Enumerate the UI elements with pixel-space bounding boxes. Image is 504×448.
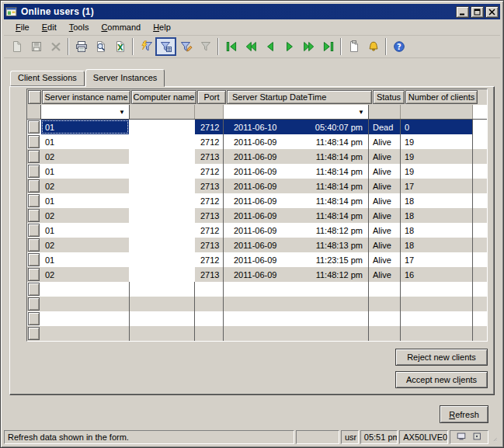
cell-col1[interactable] xyxy=(41,311,130,326)
cell-col5[interactable]: Alive xyxy=(369,193,401,208)
cell-col6[interactable]: 18 xyxy=(401,193,473,208)
tab-server-instances[interactable]: Server Instances xyxy=(85,69,165,87)
cell-col4[interactable]: 2011-06-0911:48:14 pm xyxy=(224,149,369,164)
row-selector-button[interactable] xyxy=(28,224,40,237)
cell-col3[interactable]: 2712 xyxy=(195,120,224,134)
filter-by-grid-icon[interactable] xyxy=(155,37,176,56)
cell-col6[interactable] xyxy=(401,326,473,341)
cell-col1[interactable] xyxy=(41,282,130,297)
column-header-3[interactable]: Port xyxy=(197,90,226,104)
cell-col5[interactable]: Alive xyxy=(369,164,401,179)
cell-col2[interactable] xyxy=(130,297,195,311)
cell-col5[interactable]: Alive xyxy=(369,267,401,282)
cell-col6[interactable]: 16 xyxy=(401,267,473,282)
cell-col2[interactable] xyxy=(130,179,195,193)
cell-col2[interactable] xyxy=(130,223,195,238)
cell-col1[interactable]: 01 xyxy=(41,134,130,149)
go-first-icon[interactable] xyxy=(221,37,241,56)
row-selector-button[interactable] xyxy=(28,268,40,281)
go-previous-icon[interactable] xyxy=(260,37,280,56)
cell-col5[interactable]: Alive xyxy=(369,179,401,193)
go-next-icon[interactable] xyxy=(280,37,299,56)
cell-col4[interactable]: 2011-06-0911:23:15 pm xyxy=(224,252,369,267)
cell-col6[interactable]: 17 xyxy=(401,179,473,193)
cell-col6[interactable] xyxy=(401,282,473,297)
row-selector-button[interactable] xyxy=(28,238,40,252)
export-to-excel-icon[interactable]: X xyxy=(110,37,130,56)
reject-new-clients-button[interactable]: Reject new clients xyxy=(395,349,488,366)
cell-col3[interactable]: 2712 xyxy=(195,252,224,267)
row-selector-button[interactable] xyxy=(28,150,40,163)
go-previous-fast-icon[interactable] xyxy=(241,37,260,56)
cell-col4[interactable]: 2011-06-0911:48:14 pm xyxy=(224,164,369,179)
cell-col3[interactable] xyxy=(195,326,224,341)
cell-col3[interactable] xyxy=(195,297,224,311)
cell-col3[interactable]: 2712 xyxy=(195,193,224,208)
cell-col2[interactable] xyxy=(130,120,195,134)
menu-command[interactable]: Command xyxy=(96,21,146,33)
cell-col1[interactable]: 02 xyxy=(41,179,130,193)
cell-col3[interactable]: 2713 xyxy=(195,208,224,223)
title-bar[interactable]: Online users (1) xyxy=(4,4,500,19)
menu-help[interactable]: Help xyxy=(148,21,176,33)
cell-col2[interactable] xyxy=(130,134,195,149)
cell-col6[interactable] xyxy=(401,311,473,326)
filter-by-field-icon[interactable] xyxy=(176,37,196,56)
column-header-6[interactable]: Number of clients xyxy=(405,90,478,104)
row-selector-button[interactable] xyxy=(28,135,40,148)
row-selector-button[interactable] xyxy=(28,165,40,178)
cell-col5[interactable] xyxy=(369,311,401,326)
column-header-4[interactable]: Server Startup DateTime xyxy=(227,90,372,104)
minimize-button[interactable] xyxy=(456,6,469,18)
cell-col1[interactable] xyxy=(41,297,130,311)
cell-col5[interactable] xyxy=(369,282,401,297)
row-selector-button[interactable] xyxy=(28,312,40,325)
cell-col2[interactable] xyxy=(130,282,195,297)
cell-col5[interactable]: Alive xyxy=(369,134,401,149)
cell-col2[interactable] xyxy=(130,149,195,164)
print-icon[interactable] xyxy=(71,37,91,56)
cell-col3[interactable]: 2713 xyxy=(195,267,224,282)
cell-col3[interactable]: 2712 xyxy=(195,164,224,179)
cell-col4[interactable] xyxy=(224,326,369,341)
refresh-button[interactable]: Refresh xyxy=(440,405,488,423)
cell-col6[interactable]: 19 xyxy=(401,134,473,149)
cell-col2[interactable] xyxy=(130,164,195,179)
cell-col4[interactable]: 2011-06-0911:48:12 pm xyxy=(224,223,369,238)
cell-col5[interactable]: Alive xyxy=(369,252,401,267)
cell-col3[interactable]: 2712 xyxy=(195,134,224,149)
menu-edit[interactable]: Edit xyxy=(36,21,62,33)
menu-file[interactable]: File xyxy=(10,21,35,33)
cell-col2[interactable] xyxy=(130,193,195,208)
cell-col4[interactable]: 2011-06-0911:48:12 pm xyxy=(224,267,369,282)
alert-icon[interactable] xyxy=(363,37,383,56)
cell-col1[interactable]: 02 xyxy=(41,267,130,282)
cell-col3[interactable] xyxy=(195,282,224,297)
cell-col5[interactable] xyxy=(369,297,401,311)
cell-col1[interactable]: 01 xyxy=(41,223,130,238)
cell-col2[interactable] xyxy=(130,326,195,341)
tab-client-sessions[interactable]: Client Sessions xyxy=(10,71,85,86)
cell-col1[interactable]: 01 xyxy=(41,120,130,134)
cell-col4[interactable] xyxy=(224,297,369,311)
help-icon[interactable]: ? xyxy=(389,37,408,56)
cell-col4[interactable] xyxy=(224,282,369,297)
row-selector-button[interactable] xyxy=(28,253,40,266)
column-header-5[interactable]: Status xyxy=(373,90,405,104)
resize-grip[interactable] xyxy=(490,430,500,444)
cell-col6[interactable]: 18 xyxy=(401,208,473,223)
row-selector-button[interactable] xyxy=(28,179,40,193)
cell-col6[interactable]: 17 xyxy=(401,252,473,267)
cell-col4[interactable]: 2011-06-0911:48:14 pm xyxy=(224,134,369,149)
cell-col4[interactable]: 2011-06-1005:40:07 pm xyxy=(224,120,369,134)
cell-col2[interactable] xyxy=(130,252,195,267)
document-handling-icon[interactable] xyxy=(344,37,363,56)
cell-col6[interactable]: 19 xyxy=(401,149,473,164)
go-last-icon[interactable] xyxy=(318,37,338,56)
maximize-button[interactable] xyxy=(471,6,484,18)
cell-col5[interactable]: Alive xyxy=(369,149,401,164)
cell-col3[interactable]: 2713 xyxy=(195,149,224,164)
cell-col6[interactable]: 0 xyxy=(401,120,473,134)
filter-by-selection-icon[interactable] xyxy=(136,37,155,56)
cell-col3[interactable]: 2712 xyxy=(195,223,224,238)
